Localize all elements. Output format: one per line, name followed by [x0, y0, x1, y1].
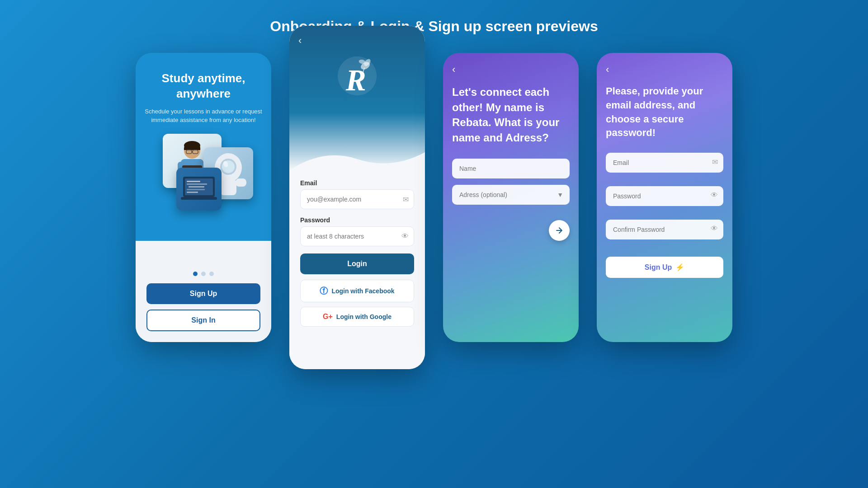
address-select-container: ▼ [452, 185, 570, 205]
signup-bolt-icon: ⚡ [675, 263, 684, 272]
email-label: Email [300, 179, 414, 187]
rebata-logo: R [337, 56, 377, 96]
signin-button[interactable]: Sign In [146, 310, 260, 331]
svg-rect-22 [187, 189, 205, 190]
svg-rect-16 [236, 178, 246, 187]
svg-text:R: R [345, 63, 366, 97]
screen1-bottom: Sign Up Sign In [136, 264, 271, 342]
signup-confirm-group: 👁 [606, 220, 723, 246]
password-input[interactable] [300, 226, 414, 246]
signup-button[interactable]: Sign Up [146, 283, 260, 304]
facebook-login-label: Login with Facebook [331, 287, 394, 295]
signup-password-eye-icon[interactable]: 👁 [711, 191, 718, 199]
facebook-login-button[interactable]: ⓕ Login with Facebook [300, 280, 414, 302]
google-icon: G+ [323, 313, 333, 321]
screen2-top: ‹ R [289, 26, 425, 170]
signup-confirm-input[interactable] [606, 220, 723, 239]
connect-back-button[interactable]: ‹ [452, 64, 455, 75]
svg-rect-21 [189, 186, 204, 188]
login-button[interactable]: Login [300, 253, 414, 274]
screens-container: Study anytime, anywhere Schedule your le… [108, 53, 760, 369]
arrow-right-icon [555, 226, 564, 235]
logo-container: R [298, 56, 416, 96]
signup-email-icon: ✉ [712, 158, 718, 166]
email-input-group: ✉ [300, 189, 414, 209]
svg-rect-19 [187, 181, 200, 182]
password-input-group: 👁 [300, 226, 414, 246]
dot-2 [201, 272, 206, 276]
signup-title: Please, provide your email address, and … [606, 84, 723, 140]
dot-3 [209, 272, 214, 276]
next-arrow-button[interactable] [549, 220, 570, 241]
dot-1 [193, 272, 198, 276]
svg-rect-20 [187, 183, 207, 185]
name-input[interactable] [452, 159, 570, 178]
signup-confirm-eye-icon[interactable]: 👁 [711, 225, 718, 233]
google-login-button[interactable]: G+ Login with Google [300, 307, 414, 327]
onboarding-images [154, 134, 253, 211]
signup-email-group: ✉ [606, 153, 723, 179]
svg-rect-24 [181, 197, 217, 200]
svg-rect-23 [187, 192, 198, 193]
password-eye-icon[interactable]: 👁 [401, 232, 409, 240]
signup-submit-label: Sign Up [645, 263, 672, 272]
signup-email-input[interactable] [606, 153, 723, 173]
address-input[interactable] [452, 185, 570, 205]
screen-login: ‹ R [289, 26, 425, 369]
screen-onboarding: Study anytime, anywhere Schedule your le… [136, 53, 271, 342]
google-login-label: Login with Google [336, 313, 392, 320]
onboarding-title: Study anytime, anywhere [145, 71, 262, 102]
onboarding-subtitle: Schedule your lessons in advance or requ… [145, 107, 262, 125]
connect-title: Let's connect each other! My name is Reb… [452, 84, 570, 145]
screen-connect: ‹ Let's connect each other! My name is R… [443, 53, 579, 342]
signup-back-button[interactable]: ‹ [606, 64, 609, 75]
svg-rect-14 [220, 179, 236, 195]
signup-password-group: 👁 [606, 186, 723, 212]
facebook-icon: ⓕ [320, 286, 328, 296]
screen2-bottom: Email ✉ Password 👁 Login ⓕ Login with Fa… [289, 170, 425, 369]
image-card-laptop [176, 168, 222, 211]
screen-signup: ‹ Please, provide your email address, an… [597, 53, 732, 342]
signup-password-input[interactable] [606, 186, 723, 206]
email-input[interactable] [300, 189, 414, 209]
screen1-top: Study anytime, anywhere Schedule your le… [136, 53, 271, 264]
email-icon: ✉ [403, 195, 409, 204]
login-back-button[interactable]: ‹ [298, 35, 302, 47]
signup-submit-button[interactable]: Sign Up ⚡ [606, 257, 723, 278]
pagination-dots [193, 272, 214, 276]
password-label: Password [300, 216, 414, 224]
